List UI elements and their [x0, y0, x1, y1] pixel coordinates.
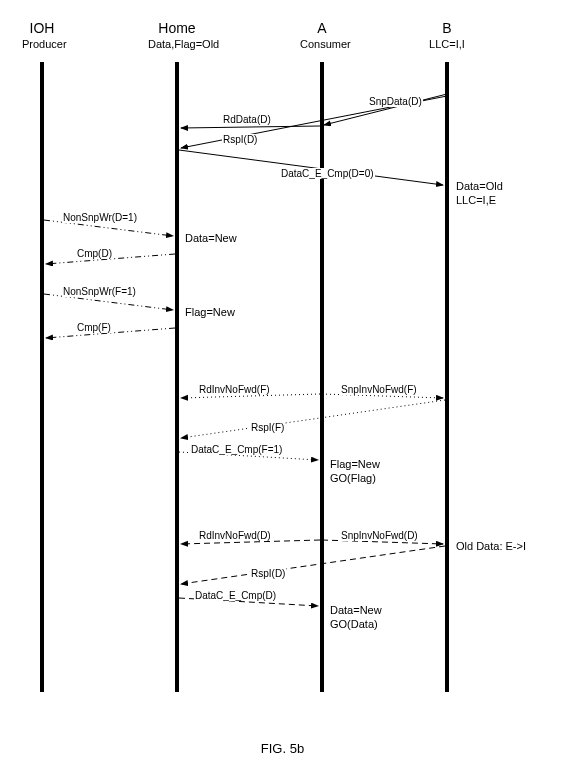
msg-snpinvnofwd-d: SnpInvNoFwd(D)	[340, 530, 419, 541]
msg-snpinvnofwd-f: SnpInvNoFwd(F)	[340, 384, 418, 395]
msg-cmp-d: Cmp(D)	[76, 248, 113, 259]
msg-nonsnpwr-d: NonSnpWr(D=1)	[62, 212, 138, 223]
msg-rdinvnofwd-d: RdInvNoFwd(D)	[198, 530, 272, 541]
annot-data-new-home: Data=New	[185, 232, 237, 244]
msg-snpdata-d: SnpData(D)	[368, 96, 423, 107]
msg-rspi-d-1: RspI(D)	[222, 134, 258, 145]
msg-rddata-d: RdData(D)	[222, 114, 272, 125]
message-arrows	[0, 0, 565, 770]
msg-rspi-f: RspI(F)	[250, 422, 285, 433]
annot-data-old: Data=Old	[456, 180, 503, 192]
annot-old-data-ei: Old Data: E->I	[456, 540, 526, 552]
msg-datac-e-cmp-d: DataC_E_Cmp(D)	[194, 590, 277, 601]
msg-datac-e-cmp-d0: DataC_E_Cmp(D=0)	[280, 168, 375, 179]
msg-cmp-f: Cmp(F)	[76, 322, 112, 333]
svg-line-1	[181, 126, 320, 128]
svg-line-10	[181, 400, 445, 438]
msg-rspi-d-2: RspI(D)	[250, 568, 286, 579]
annot-flag-new-a: Flag=New	[330, 458, 380, 470]
msg-rdinvnofwd-f: RdInvNoFwd(F)	[198, 384, 271, 395]
annot-llc-ie: LLC=I,E	[456, 194, 496, 206]
annot-flag-new-home: Flag=New	[185, 306, 235, 318]
figure-caption: FIG. 5b	[0, 741, 565, 756]
annot-data-new-a: Data=New	[330, 604, 382, 616]
annot-go-flag: GO(Flag)	[330, 472, 376, 484]
annot-go-data: GO(Data)	[330, 618, 378, 630]
svg-line-14	[181, 546, 445, 584]
msg-nonsnpwr-f: NonSnpWr(F=1)	[62, 286, 137, 297]
msg-datac-e-cmp-f1: DataC_E_Cmp(F=1)	[190, 444, 283, 455]
